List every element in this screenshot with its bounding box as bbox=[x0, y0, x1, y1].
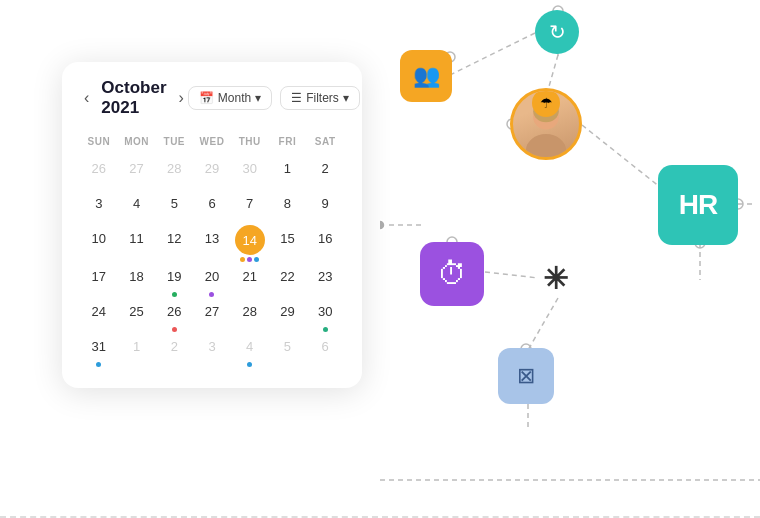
calendar-header: ‹ October 2021 › 📅 Month ▾ ☰ Filters ▾ bbox=[80, 78, 344, 118]
dot-purple-14 bbox=[247, 257, 252, 262]
calendar-controls: 📅 Month ▾ ☰ Filters ▾ bbox=[188, 86, 360, 110]
day-cell-25[interactable]: 25 bbox=[118, 298, 156, 333]
day-cell-11[interactable]: 11 bbox=[118, 225, 156, 263]
node-people[interactable]: 👥 bbox=[400, 50, 452, 102]
calendar-nav: ‹ October 2021 › bbox=[80, 78, 188, 118]
day-cell-30-sep[interactable]: 30 bbox=[231, 155, 269, 190]
calendar-card: ‹ October 2021 › 📅 Month ▾ ☰ Filters ▾ S… bbox=[62, 62, 362, 388]
week-row-3: 10 11 12 13 14 15 16 bbox=[80, 225, 344, 263]
svg-point-15 bbox=[380, 220, 385, 230]
day-cell-15[interactable]: 15 bbox=[269, 225, 307, 263]
week-row-5: 24 25 26 27 28 29 30 bbox=[80, 298, 344, 333]
day-cell-9[interactable]: 9 bbox=[306, 190, 344, 225]
calendar-grid: SUN MON TUE WED THU FRI SAT 26 27 28 29 … bbox=[80, 132, 344, 368]
day-header-sun: SUN bbox=[80, 132, 118, 155]
day-cell-29[interactable]: 29 bbox=[269, 298, 307, 333]
dot-blue-31 bbox=[96, 362, 101, 367]
flow-diagram: .dash { stroke: #bbb; stroke-width: 1.5;… bbox=[380, 0, 760, 518]
day-cell-3[interactable]: 3 bbox=[80, 190, 118, 225]
day-cell-5[interactable]: 5 bbox=[155, 190, 193, 225]
bottom-icon: ⊠ bbox=[517, 363, 535, 389]
chevron-down-icon-2: ▾ bbox=[343, 91, 349, 105]
dot-red-26 bbox=[172, 327, 177, 332]
day-cell-16[interactable]: 16 bbox=[306, 225, 344, 263]
day-cell-1-nov[interactable]: 1 bbox=[118, 333, 156, 368]
next-month-button[interactable]: › bbox=[175, 87, 188, 109]
timer-icon: ⏱ bbox=[437, 257, 467, 291]
day-cell-28-sep[interactable]: 28 bbox=[155, 155, 193, 190]
day-cell-19[interactable]: 19 bbox=[155, 263, 193, 298]
day-cell-27-sep[interactable]: 27 bbox=[118, 155, 156, 190]
node-hr[interactable]: HR bbox=[658, 165, 738, 245]
day-cell-4-nov[interactable]: 4 bbox=[231, 333, 269, 368]
dot-green-19 bbox=[172, 292, 177, 297]
node-bottom[interactable]: ⊠ bbox=[498, 348, 554, 404]
day-cell-26[interactable]: 26 bbox=[155, 298, 193, 333]
day-header-sat: SAT bbox=[306, 132, 344, 155]
day-cell-2[interactable]: 2 bbox=[306, 155, 344, 190]
day-cell-27[interactable]: 27 bbox=[193, 298, 231, 333]
node-avatar: ☂ bbox=[510, 88, 582, 160]
asterisk-icon: ✳ bbox=[543, 261, 568, 296]
node-timer[interactable]: ⏱ bbox=[420, 242, 484, 306]
day-cell-26-sep[interactable]: 26 bbox=[80, 155, 118, 190]
day-cell-29-sep[interactable]: 29 bbox=[193, 155, 231, 190]
svg-line-7 bbox=[485, 272, 538, 278]
people-icon: 👥 bbox=[413, 63, 440, 89]
dot-blue-14 bbox=[254, 257, 259, 262]
day-cell-30[interactable]: 30 bbox=[306, 298, 344, 333]
refresh-icon: ↻ bbox=[549, 20, 566, 44]
chevron-down-icon: ▾ bbox=[255, 91, 261, 105]
day-cell-1[interactable]: 1 bbox=[269, 155, 307, 190]
day-cell-24[interactable]: 24 bbox=[80, 298, 118, 333]
svg-line-8 bbox=[528, 298, 558, 350]
day-cell-23[interactable]: 23 bbox=[306, 263, 344, 298]
svg-line-2 bbox=[548, 55, 558, 90]
svg-point-20 bbox=[526, 134, 566, 157]
svg-line-1 bbox=[450, 33, 535, 75]
day-cell-20[interactable]: 20 bbox=[193, 263, 231, 298]
filters-button[interactable]: ☰ Filters ▾ bbox=[280, 86, 360, 110]
day-cell-5-nov[interactable]: 5 bbox=[269, 333, 307, 368]
day-cell-28[interactable]: 28 bbox=[231, 298, 269, 333]
node-refresh[interactable]: ↻ bbox=[535, 10, 579, 54]
svg-line-3 bbox=[582, 125, 670, 195]
dot-blue-4nov bbox=[247, 362, 252, 367]
day-header-thu: THU bbox=[231, 132, 269, 155]
day-cell-2-nov[interactable]: 2 bbox=[155, 333, 193, 368]
week-row-1: 26 27 28 29 30 1 2 bbox=[80, 155, 344, 190]
day-header-tue: TUE bbox=[155, 132, 193, 155]
filter-icon: ☰ bbox=[291, 91, 302, 105]
week-row-2: 3 4 5 6 7 8 9 bbox=[80, 190, 344, 225]
day-cell-10[interactable]: 10 bbox=[80, 225, 118, 263]
day-cell-6-nov[interactable]: 6 bbox=[306, 333, 344, 368]
prev-month-button[interactable]: ‹ bbox=[80, 87, 93, 109]
day-cell-4[interactable]: 4 bbox=[118, 190, 156, 225]
day-header-mon: MON bbox=[118, 132, 156, 155]
day-header-fri: FRI bbox=[269, 132, 307, 155]
dot-teal-30 bbox=[323, 327, 328, 332]
day-cell-6[interactable]: 6 bbox=[193, 190, 231, 225]
calendar-icon: 📅 bbox=[199, 91, 214, 105]
calendar-title: October 2021 bbox=[101, 78, 166, 118]
day-headers-row: SUN MON TUE WED THU FRI SAT bbox=[80, 132, 344, 155]
node-asterisk: ✳ bbox=[535, 258, 575, 298]
day-cell-14[interactable]: 14 bbox=[231, 225, 269, 263]
day-cell-7[interactable]: 7 bbox=[231, 190, 269, 225]
day-cell-31[interactable]: 31 bbox=[80, 333, 118, 368]
week-row-6: 31 1 2 3 4 5 6 bbox=[80, 333, 344, 368]
day-cell-22[interactable]: 22 bbox=[269, 263, 307, 298]
day-cell-21[interactable]: 21 bbox=[231, 263, 269, 298]
day-cell-13[interactable]: 13 bbox=[193, 225, 231, 263]
day-header-wed: WED bbox=[193, 132, 231, 155]
day-cell-3-nov[interactable]: 3 bbox=[193, 333, 231, 368]
day-cell-8[interactable]: 8 bbox=[269, 190, 307, 225]
dot-purple-20 bbox=[209, 292, 214, 297]
hr-label: HR bbox=[679, 189, 717, 221]
month-view-button[interactable]: 📅 Month ▾ bbox=[188, 86, 272, 110]
dot-orange-14 bbox=[240, 257, 245, 262]
day-cell-17[interactable]: 17 bbox=[80, 263, 118, 298]
week-row-4: 17 18 19 20 21 22 23 bbox=[80, 263, 344, 298]
day-cell-12[interactable]: 12 bbox=[155, 225, 193, 263]
day-cell-18[interactable]: 18 bbox=[118, 263, 156, 298]
